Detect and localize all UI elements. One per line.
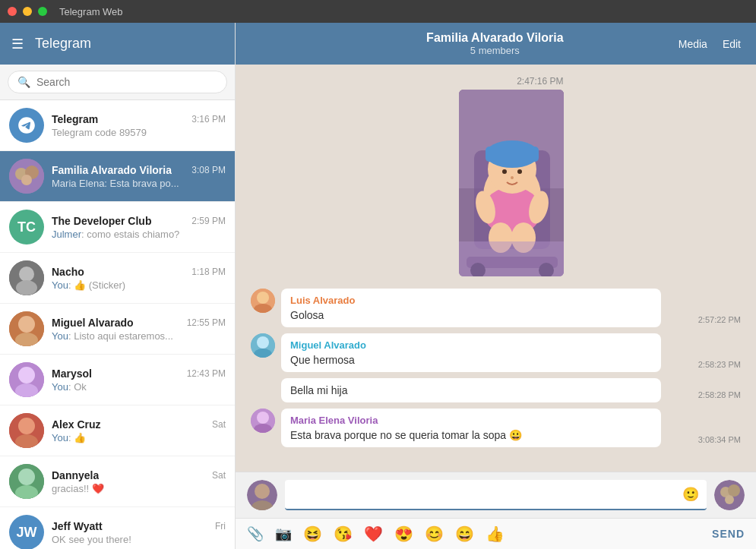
- svg-point-11: [18, 367, 35, 383]
- close-button[interactable]: [8, 7, 17, 16]
- message-time-miguel2: 2:58:28 PM: [698, 390, 741, 399]
- svg-point-32: [511, 176, 514, 179]
- window-title: Telegram Web: [59, 6, 123, 17]
- svg-point-14: [18, 418, 35, 434]
- avatar: [9, 108, 44, 143]
- chat-info: Jeff Wyatt Fri OK see you there!: [52, 520, 226, 545]
- chat-item-telegram[interactable]: Telegram 3:16 PM Telegram code 89579: [0, 100, 235, 151]
- message-time-luis: 2:57:22 PM: [698, 315, 741, 324]
- chat-preview: You: Ok: [52, 381, 226, 393]
- search-icon: 🔍: [17, 76, 30, 88]
- message-row-miguel2: Bella mi hija 2:58:28 PM: [251, 378, 741, 402]
- chat-area: Familia Alvarado Viloria 5 members Media…: [236, 23, 756, 549]
- camera-icon[interactable]: 📷: [275, 525, 292, 542]
- chat-info: The Developer Club 2:59 PM Julmer: como …: [52, 215, 226, 240]
- svg-point-31: [517, 169, 522, 174]
- emoji-bar: 📎 📷 😆 😘 ❤️ 😍 😊 😄 👍 SEND: [236, 518, 756, 549]
- chat-time: Sat: [212, 470, 226, 481]
- emoji-laugh[interactable]: 😆: [303, 525, 322, 543]
- attachment-icon[interactable]: 📎: [247, 525, 264, 542]
- msg-avatar-miguel: [251, 333, 275, 358]
- chat-preview: You: 👍 (Sticker): [52, 279, 226, 291]
- chat-name: Jeff Wyatt: [52, 520, 103, 532]
- chat-time: Sat: [212, 419, 226, 430]
- message-content-luis: Luis Alvarado Golosa: [281, 289, 692, 327]
- send-button[interactable]: SEND: [712, 528, 745, 540]
- input-right-avatar: [714, 480, 745, 510]
- emoji-thumbsup[interactable]: 👍: [486, 525, 505, 543]
- emoji-kiss[interactable]: 😘: [334, 525, 353, 543]
- emoji-grin[interactable]: 😄: [455, 525, 474, 543]
- chat-info: Nacho 1:18 PM You: 👍 (Sticker): [52, 266, 226, 291]
- chat-item-devclub[interactable]: TC The Developer Club 2:59 PM Julmer: co…: [0, 202, 235, 253]
- msg-avatar-luis: [251, 289, 275, 313]
- emoji-heart[interactable]: ❤️: [364, 525, 383, 543]
- message-text: Esta brava porque no se queria tomar la …: [290, 429, 652, 441]
- minimize-button[interactable]: [23, 7, 32, 16]
- chat-preview: You: Listo aqui estaremos...: [52, 330, 226, 342]
- chat-time: 12:55 PM: [187, 317, 226, 328]
- chat-item-miguel[interactable]: Miguel Alvarado 12:55 PM You: Listo aqui…: [0, 304, 235, 355]
- search-wrapper: 🔍: [8, 71, 227, 93]
- edit-button[interactable]: Edit: [723, 38, 741, 50]
- chat-info: Marysol 12:43 PM You: Ok: [52, 368, 226, 393]
- chat-time: 12:43 PM: [187, 368, 226, 379]
- svg-point-30: [502, 169, 507, 174]
- photo-message-wrapper: 2:47:16 PM: [459, 76, 564, 276]
- chat-header-name: Familia Alvarado Viloria: [426, 31, 564, 45]
- media-button[interactable]: Media: [679, 38, 707, 50]
- message-bubble-maria: Maria Elena Viloria Esta brava porque no…: [281, 409, 661, 447]
- chat-header-info: Familia Alvarado Viloria 5 members: [312, 31, 679, 56]
- chat-name: Familia Alvarado Viloria: [52, 164, 172, 176]
- sidebar-title: Telegram: [35, 36, 91, 52]
- message-sender: Miguel Alvarado: [290, 339, 652, 351]
- svg-point-55: [728, 484, 740, 497]
- chat-name: Alex Cruz: [52, 418, 101, 431]
- avatar: [9, 311, 44, 346]
- maximize-button[interactable]: [38, 7, 47, 16]
- svg-point-48: [257, 412, 269, 424]
- message-input[interactable]: [293, 488, 682, 500]
- chat-header-actions: Media Edit: [679, 38, 741, 50]
- message-bubble-miguel2: Bella mi hija: [281, 378, 661, 402]
- svg-point-3: [21, 175, 32, 185]
- chat-preview: Julmer: como estais chiamo?: [52, 229, 226, 240]
- input-section: 🙂 📎 📷 😆 😘: [236, 472, 756, 549]
- svg-point-45: [257, 336, 269, 349]
- emoji-heart-eyes[interactable]: 😍: [394, 525, 413, 543]
- avatar: [9, 464, 44, 499]
- message-content-maria: Maria Elena Viloria Esta brava porque no…: [281, 409, 692, 447]
- main-content: ☰ Telegram 🔍 Telegram: [0, 23, 756, 549]
- chat-item-marysol[interactable]: Marysol 12:43 PM You: Ok: [0, 355, 235, 405]
- chat-time: 3:08 PM: [191, 165, 226, 175]
- emoji-smile[interactable]: 😊: [425, 525, 444, 543]
- message-sender: Maria Elena Viloria: [290, 415, 652, 426]
- message-time-miguel1: 2:58:23 PM: [698, 360, 741, 369]
- chat-time: 3:16 PM: [191, 114, 226, 125]
- chat-item-nacho[interactable]: Nacho 1:18 PM You: 👍 (Sticker): [0, 253, 235, 304]
- search-bar: 🔍: [0, 65, 235, 100]
- chat-list: Telegram 3:16 PM Telegram code 89579: [0, 100, 235, 549]
- chat-item-alex[interactable]: Alex Cruz Sat You: 👍: [0, 405, 235, 456]
- message-bubble-miguel1: Miguel Alvarado Que hermosa: [281, 333, 661, 372]
- menu-icon[interactable]: ☰: [11, 36, 24, 52]
- emoji-button[interactable]: 🙂: [682, 486, 699, 503]
- chat-item-dannyela[interactable]: Dannyela Sat gracias!! ❤️: [0, 456, 235, 507]
- svg-point-8: [18, 316, 35, 333]
- chat-preview: You: 👍: [52, 432, 226, 443]
- chat-header: Familia Alvarado Viloria 5 members Media…: [236, 23, 756, 65]
- chat-item-jeff[interactable]: JW Jeff Wyatt Fri OK see you there!: [0, 507, 235, 549]
- input-area: 🙂: [236, 472, 756, 518]
- avatar: [9, 413, 44, 448]
- chat-info: Alex Cruz Sat You: 👍: [52, 418, 226, 443]
- search-input[interactable]: [36, 76, 217, 88]
- chat-name: Telegram: [52, 113, 98, 125]
- message-row-miguel1: Miguel Alvarado Que hermosa 2:58:23 PM: [251, 333, 741, 372]
- svg-point-42: [257, 292, 269, 304]
- message-bubble-luis: Luis Alvarado Golosa: [281, 289, 661, 327]
- chat-header-members: 5 members: [470, 45, 520, 56]
- message-row-luis: Luis Alvarado Golosa 2:57:22 PM: [251, 289, 741, 327]
- chat-item-familia[interactable]: Familia Alvarado Viloria 3:08 PM Maria E…: [0, 151, 235, 202]
- message-content-miguel2: Bella mi hija: [281, 378, 692, 402]
- svg-point-6: [16, 280, 37, 295]
